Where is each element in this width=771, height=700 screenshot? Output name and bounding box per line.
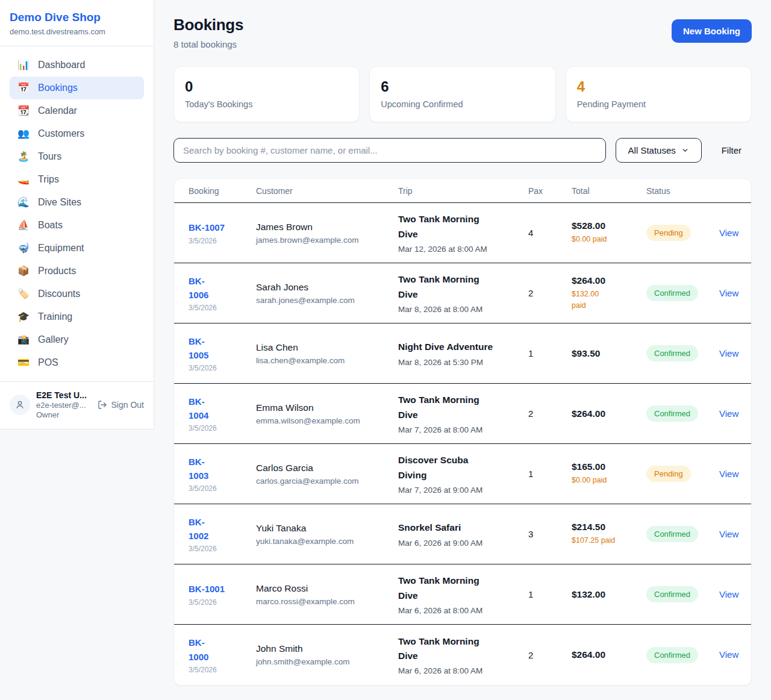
customer-email: marco.rossi@example.com	[256, 597, 398, 606]
sidebar-item-label: Gallery	[38, 334, 69, 345]
sign-out-icon	[98, 400, 107, 410]
sidebar-item-discounts[interactable]: 🏷️ Discounts	[10, 283, 144, 305]
sidebar-item-label: Trips	[38, 174, 59, 185]
total-amount: $264.00	[572, 275, 646, 286]
island-icon: 🏝️	[17, 152, 30, 161]
graduation-cap-icon: 🎓	[17, 312, 30, 322]
booking-id-link[interactable]: BK- 1004	[189, 395, 208, 423]
sidebar-item-label: Training	[38, 311, 72, 322]
status-badge: Confirmed	[646, 345, 698, 361]
pax-count: 3	[528, 529, 572, 539]
trip-datetime: Mar 7, 2026 at 8:00 AM	[398, 425, 528, 434]
user-section: E2E Test U... e2e-tester@... Owner Sign …	[0, 381, 154, 429]
sidebar-item-bookings[interactable]: 📅 Bookings	[10, 77, 144, 99]
booking-cell: BK- 1002 3/5/2026	[189, 515, 256, 554]
customer-name: James Brown	[256, 222, 398, 233]
status-cell: Confirmed	[646, 526, 719, 542]
trip-cell: Two Tank Morning Dive Mar 8, 2026 at 8:0…	[398, 272, 528, 313]
customer-name: Emma Wilson	[256, 402, 398, 413]
trip-datetime: Mar 12, 2026 at 8:00 AM	[398, 245, 528, 254]
view-link[interactable]: View	[719, 228, 738, 238]
stat-card: 0 Today's Bookings	[173, 66, 360, 122]
trip-name: Snorkel Safari	[398, 520, 528, 535]
sidebar-item-gallery[interactable]: 📸 Gallery	[10, 328, 144, 351]
customer-email: emma.wilson@example.com	[256, 416, 398, 425]
filter-button[interactable]: Filter	[711, 145, 752, 155]
booking-id-link[interactable]: BK- 1002	[189, 515, 208, 543]
table-row: BK- 1005 3/5/2026 Lisa Chen lisa.chen@ex…	[174, 323, 751, 384]
filter-controls: All Statuses Filter	[173, 138, 752, 163]
booking-id-link[interactable]: BK- 1000	[189, 636, 208, 664]
customer-email: james.brown@example.com	[256, 236, 398, 245]
total-bookings-count: 8 total bookings	[173, 39, 243, 49]
trip-name: Two Tank Morning Dive	[398, 272, 528, 301]
trip-datetime: Mar 6, 2026 at 8:00 AM	[398, 606, 528, 615]
sidebar-item-training[interactable]: 🎓 Training	[10, 305, 144, 328]
sidebar-item-customers[interactable]: 👥 Customers	[10, 122, 144, 145]
sidebar-item-dive-sites[interactable]: 🌊 Dive Sites	[10, 191, 144, 214]
booking-date: 3/5/2026	[189, 484, 256, 493]
pax-count: 2	[528, 288, 572, 298]
stat-value: 0	[185, 78, 348, 95]
total-cell: $132.00	[572, 589, 646, 600]
view-link[interactable]: View	[719, 348, 738, 358]
sidebar-item-label: Dashboard	[38, 60, 85, 70]
sidebar-item-pos[interactable]: 💳 POS	[10, 351, 144, 374]
trip-name: Two Tank Morning Dive	[398, 573, 528, 602]
new-booking-button[interactable]: New Booking	[672, 19, 752, 43]
booking-cell: BK- 1006 3/5/2026	[189, 274, 256, 313]
view-link[interactable]: View	[719, 469, 738, 479]
user-role: Owner	[36, 410, 87, 419]
wave-icon: 🌊	[17, 198, 30, 207]
sidebar-item-tours[interactable]: 🏝️ Tours	[10, 145, 144, 168]
table-row: BK- 1004 3/5/2026 Emma Wilson emma.wilso…	[174, 384, 751, 444]
booking-id-link[interactable]: BK-1007	[189, 220, 225, 234]
status-cell: Pending	[646, 466, 719, 482]
status-cell: Confirmed	[646, 405, 719, 422]
paid-amount: $107.25 paid	[572, 535, 646, 546]
booking-cell: BK- 1004 3/5/2026	[189, 395, 256, 433]
pax-count: 2	[528, 408, 572, 419]
total-cell: $93.50	[572, 348, 646, 359]
booking-id-link[interactable]: BK-1001	[189, 582, 225, 596]
customer-cell: Sarah Jones sarah.jones@example.com	[256, 282, 398, 305]
avatar	[10, 395, 30, 415]
customer-cell: John Smith john.smith@example.com	[256, 643, 398, 666]
person-icon	[14, 399, 25, 410]
sidebar-item-trips[interactable]: 🚤 Trips	[10, 168, 144, 191]
status-cell: Confirmed	[646, 647, 719, 663]
view-cell: View	[719, 649, 738, 660]
view-link[interactable]: View	[719, 408, 738, 419]
view-cell: View	[719, 228, 738, 239]
view-link[interactable]: View	[719, 589, 738, 599]
booking-cell: BK- 1005 3/5/2026	[189, 334, 256, 373]
booking-id-link[interactable]: BK- 1006	[189, 274, 208, 302]
booking-id-link[interactable]: BK- 1005	[189, 334, 208, 363]
sidebar-item-label: Bookings	[38, 83, 78, 93]
column-header-booking: Booking	[189, 186, 256, 196]
booking-id-link[interactable]: BK- 1003	[189, 455, 208, 483]
view-link[interactable]: View	[719, 649, 738, 660]
diving-mask-icon: 🤿	[17, 243, 30, 253]
trip-cell: Two Tank Morning Dive Mar 6, 2026 at 8:0…	[398, 634, 528, 675]
column-header-pax: Pax	[528, 186, 572, 196]
sidebar-item-equipment[interactable]: 🤿 Equipment	[10, 237, 144, 260]
sign-out-button[interactable]: Sign Out	[98, 400, 144, 410]
view-cell: View	[719, 589, 738, 600]
paid-amount: $132.00 paid	[572, 289, 646, 310]
trip-cell: Night Dive Adventure Mar 8, 2026 at 5:30…	[398, 340, 528, 366]
sidebar-item-calendar[interactable]: 📆 Calendar	[10, 99, 144, 122]
label-tag-icon: 🏷️	[17, 289, 30, 299]
sidebar-item-dashboard[interactable]: 📊 Dashboard	[10, 54, 144, 77]
shop-name: Demo Dive Shop	[10, 11, 144, 24]
stat-value: 4	[577, 78, 740, 95]
sidebar-item-boats[interactable]: ⛵ Boats	[10, 214, 144, 237]
view-link[interactable]: View	[719, 529, 738, 539]
search-input[interactable]	[173, 138, 606, 163]
booking-cell: BK-1001 3/5/2026	[189, 582, 256, 606]
pax-count: 1	[528, 348, 572, 358]
view-link[interactable]: View	[719, 288, 738, 298]
sidebar-item-products[interactable]: 📦 Products	[10, 260, 144, 283]
stat-label: Upcoming Confirmed	[381, 99, 544, 109]
status-filter-select[interactable]: All Statuses	[616, 138, 702, 163]
